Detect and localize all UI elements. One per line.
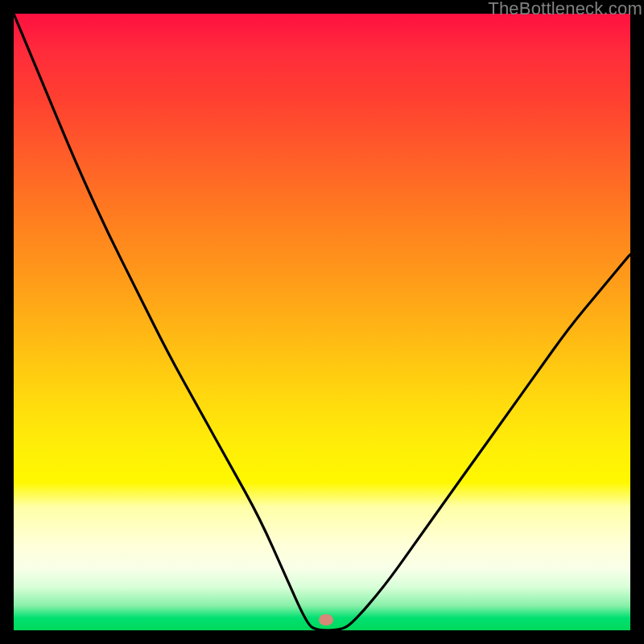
- watermark: TheBottleneck.com: [488, 0, 642, 19]
- optimal-marker: [319, 614, 333, 625]
- chart-frame: TheBottleneck.com: [0, 0, 644, 644]
- bottleneck-curve: [14, 14, 630, 630]
- plot-area: [14, 14, 630, 630]
